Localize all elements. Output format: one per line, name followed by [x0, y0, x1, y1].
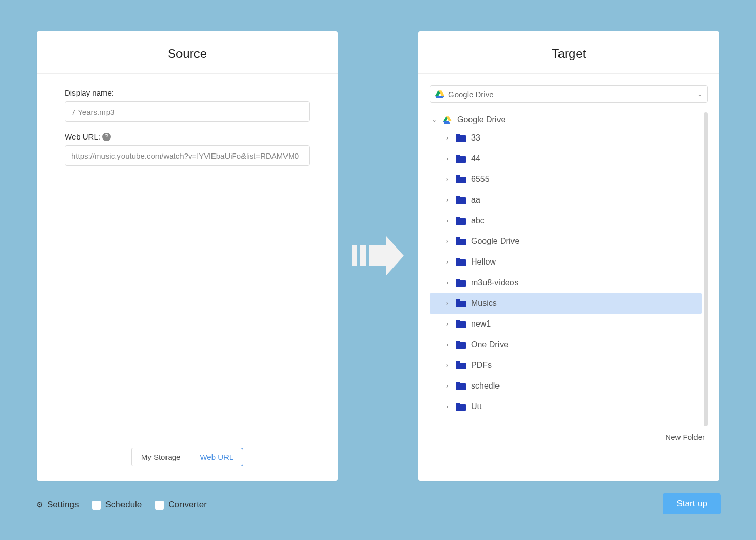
google-drive-icon	[443, 116, 452, 124]
tree-item-label: Hellow	[471, 257, 496, 267]
folder-icon	[456, 175, 466, 183]
tree-root-label: Google Drive	[457, 115, 505, 125]
folder-icon	[456, 341, 466, 349]
tree-item[interactable]: ›schedle	[430, 376, 702, 396]
tree-item[interactable]: ›Musics	[430, 293, 702, 314]
tree-item-label: schedle	[471, 381, 500, 391]
chevron-down-icon: ⌄	[697, 90, 702, 98]
folder-icon	[456, 134, 466, 142]
tree-item[interactable]: ›abc	[430, 210, 702, 231]
chevron-right-icon: ›	[444, 238, 450, 245]
scrollbar[interactable]	[704, 112, 708, 426]
chevron-right-icon: ›	[444, 320, 450, 328]
tree-item[interactable]: ›44	[430, 148, 702, 169]
tree-item-label: aa	[471, 195, 480, 205]
display-name-input[interactable]	[65, 101, 310, 122]
drive-selector[interactable]: Google Drive ⌄	[430, 85, 708, 103]
chevron-right-icon: ›	[444, 362, 450, 369]
chevron-right-icon: ›	[444, 176, 450, 183]
folder-icon	[456, 258, 466, 266]
new-folder-button[interactable]: New Folder	[665, 433, 705, 443]
chevron-right-icon: ›	[444, 134, 450, 142]
converter-label: Converter	[168, 500, 207, 510]
schedule-label: Schedule	[105, 500, 142, 510]
target-panel: Target Google Drive ⌄ ⌄	[418, 31, 719, 481]
chevron-right-icon: ›	[444, 196, 450, 204]
tree-item-label: 33	[471, 133, 480, 143]
tree-item[interactable]: ›Utt	[430, 396, 702, 417]
folder-icon	[456, 217, 466, 225]
tree-item-label: Utt	[471, 402, 481, 411]
web-url-label-text: Web URL:	[65, 132, 100, 141]
web-url-input[interactable]	[65, 145, 310, 166]
folder-icon	[456, 279, 466, 287]
chevron-right-icon: ›	[444, 258, 450, 266]
transfer-arrow-icon	[352, 236, 404, 275]
chevron-right-icon: ›	[444, 403, 450, 410]
target-title: Target	[418, 31, 719, 74]
settings-label: Settings	[47, 500, 79, 510]
tree-item-label: new1	[471, 319, 491, 329]
chevron-right-icon: ›	[444, 279, 450, 286]
tab-my-storage[interactable]: My Storage	[131, 448, 190, 466]
tree-item[interactable]: ›aa	[430, 190, 702, 210]
tree-item[interactable]: ›One Drive	[430, 334, 702, 355]
schedule-toggle[interactable]: Schedule	[92, 500, 142, 510]
tree-item[interactable]: ›6555	[430, 169, 702, 190]
folder-icon	[456, 237, 466, 245]
google-drive-icon	[435, 90, 444, 98]
source-title: Source	[37, 31, 338, 74]
tree-item[interactable]: ›PDFs	[430, 355, 702, 376]
chevron-right-icon: ›	[444, 382, 450, 390]
tree-item-label: One Drive	[471, 340, 508, 349]
footer-bar: ⚙ Settings Schedule Converter	[36, 500, 207, 510]
tree-item[interactable]: ›new1	[430, 314, 702, 334]
help-icon[interactable]: ?	[102, 133, 111, 141]
tree-item[interactable]: ›Hellow	[430, 252, 702, 272]
tree-item[interactable]: ›Google Drive	[430, 231, 702, 252]
folder-icon	[456, 403, 466, 411]
folder-icon	[456, 196, 466, 204]
tree-item[interactable]: ›33	[430, 128, 702, 148]
tree-item-label: PDFs	[471, 361, 492, 370]
tree-item[interactable]: ›m3u8-videos	[430, 272, 702, 293]
chevron-down-icon: ⌄	[432, 116, 438, 124]
gear-icon: ⚙	[36, 500, 43, 510]
schedule-checkbox[interactable]	[92, 501, 101, 510]
tree-item-label: 44	[471, 154, 480, 163]
drive-selector-label: Google Drive	[448, 90, 494, 99]
folder-icon	[456, 155, 466, 163]
folder-icon	[456, 382, 466, 390]
tab-web-url[interactable]: Web URL	[190, 448, 243, 466]
tree-item-label: Musics	[471, 299, 497, 308]
tree-item-label: abc	[471, 216, 485, 225]
source-tabs: My Storage Web URL	[65, 448, 310, 471]
converter-checkbox[interactable]	[155, 501, 164, 510]
chevron-right-icon: ›	[444, 155, 450, 162]
folder-tree: ⌄ Google Drive ›33›44›6555›aa›abc›Google…	[430, 112, 708, 426]
chevron-right-icon: ›	[444, 300, 450, 307]
display-name-label: Display name:	[65, 88, 310, 97]
source-panel: Source Display name: Web URL: ? My Stora…	[37, 31, 338, 481]
tree-root[interactable]: ⌄ Google Drive	[430, 112, 702, 128]
converter-toggle[interactable]: Converter	[155, 500, 207, 510]
settings-button[interactable]: ⚙ Settings	[36, 500, 79, 510]
chevron-right-icon: ›	[444, 341, 450, 348]
chevron-right-icon: ›	[444, 217, 450, 224]
tree-item-label: m3u8-videos	[471, 278, 519, 287]
start-up-button[interactable]: Start up	[663, 493, 721, 514]
folder-icon	[456, 299, 466, 307]
tree-item-label: 6555	[471, 175, 490, 184]
tree-item-label: Google Drive	[471, 237, 519, 246]
web-url-label: Web URL: ?	[65, 132, 310, 141]
folder-icon	[456, 320, 466, 328]
folder-icon	[456, 361, 466, 369]
